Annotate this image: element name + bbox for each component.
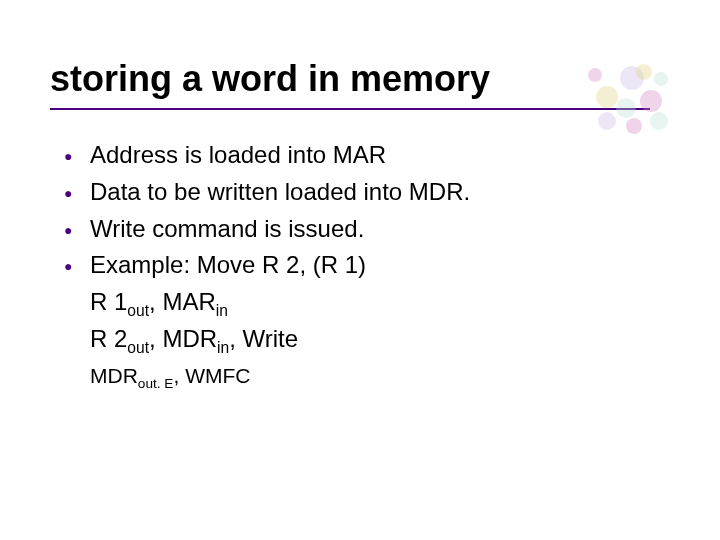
microop-line: R 2out, MDRin, Write: [64, 322, 670, 357]
microop-sub: out. E: [138, 376, 174, 391]
microop-line: MDRout. E, WMFC: [64, 361, 670, 391]
bullet-icon: ●: [64, 138, 90, 168]
microop-seg: , MDR: [149, 325, 217, 352]
bullet-text: Data to be written loaded into MDR.: [90, 175, 670, 210]
bullet-item: ● Example: Move R 2, (R 1): [64, 248, 670, 283]
bullet-text: Address is loaded into MAR: [90, 138, 670, 173]
bullet-item: ● Data to be written loaded into MDR.: [64, 175, 670, 210]
microop-seg: , WMFC: [173, 364, 250, 387]
microop-line: R 1out, MARin: [64, 285, 670, 320]
microop-seg: , Write: [229, 325, 298, 352]
slide-title: storing a word in memory: [50, 58, 650, 110]
microop-seg: R 2: [90, 325, 127, 352]
bullet-item: ● Address is loaded into MAR: [64, 138, 670, 173]
microop-sub: out: [127, 339, 149, 356]
bullet-text: Example: Move R 2, (R 1): [90, 248, 670, 283]
bullet-icon: ●: [64, 248, 90, 278]
microop-sub: in: [216, 302, 228, 319]
microop-sub: out: [127, 302, 149, 319]
microop-seg: , MAR: [149, 288, 216, 315]
bullet-icon: ●: [64, 212, 90, 242]
slide-body: ● Address is loaded into MAR ● Data to b…: [50, 138, 670, 391]
bullet-item: ● Write command is issued.: [64, 212, 670, 247]
microop-sub: in: [217, 339, 229, 356]
slide: storing a word in memory ● Address is lo…: [0, 0, 720, 540]
bullet-text: Write command is issued.: [90, 212, 670, 247]
bullet-icon: ●: [64, 175, 90, 205]
microop-seg: R 1: [90, 288, 127, 315]
microop-seg: MDR: [90, 364, 138, 387]
